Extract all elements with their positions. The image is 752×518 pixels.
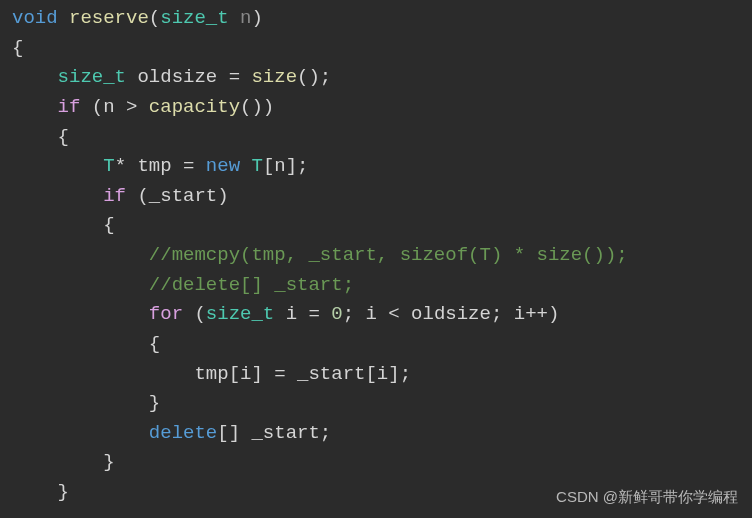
type-size_t: size_t bbox=[206, 303, 274, 325]
function-size: size bbox=[251, 66, 297, 88]
type-T: T bbox=[103, 155, 114, 177]
code-block: void reserve(size_t n) { size_t oldsize … bbox=[12, 4, 740, 508]
code-line: size_t oldsize = size(); bbox=[12, 63, 740, 93]
watermark: CSDN @新鲜哥带你学编程 bbox=[556, 485, 738, 508]
param-n: n bbox=[229, 7, 252, 29]
type-size_t: size_t bbox=[160, 7, 228, 29]
keyword-if: if bbox=[58, 96, 81, 118]
code-line: for (size_t i = 0; i < oldsize; i++) bbox=[12, 300, 740, 330]
brace-open: { bbox=[149, 333, 160, 355]
code-line: if (_start) bbox=[12, 182, 740, 212]
code-line: if (n > capacity()) bbox=[12, 93, 740, 123]
keyword-delete: delete bbox=[149, 422, 217, 444]
code-line: //delete[] _start; bbox=[12, 271, 740, 301]
code-line: { bbox=[12, 211, 740, 241]
brace-close: } bbox=[149, 392, 160, 414]
code-line: } bbox=[12, 448, 740, 478]
brace-open: { bbox=[12, 37, 23, 59]
function-capacity: capacity bbox=[149, 96, 240, 118]
code-line: delete[] _start; bbox=[12, 419, 740, 449]
brace-close: } bbox=[103, 451, 114, 473]
assignment-tmp: tmp[i] = _start[i]; bbox=[194, 363, 411, 385]
keyword-if: if bbox=[103, 185, 126, 207]
code-line: { bbox=[12, 34, 740, 64]
function-name: reserve bbox=[69, 7, 149, 29]
type-T: T bbox=[251, 155, 262, 177]
comment-memcpy: //memcpy(tmp, _start, sizeof(T) * size()… bbox=[149, 244, 628, 266]
code-line: T* tmp = new T[n]; bbox=[12, 152, 740, 182]
brace-open: { bbox=[103, 214, 114, 236]
type-size_t: size_t bbox=[58, 66, 126, 88]
code-line: tmp[i] = _start[i]; bbox=[12, 360, 740, 390]
keyword-for: for bbox=[149, 303, 183, 325]
brace-open: { bbox=[58, 126, 69, 148]
brace-close: } bbox=[58, 481, 69, 503]
code-line: void reserve(size_t n) bbox=[12, 4, 740, 34]
keyword-void: void bbox=[12, 7, 58, 29]
code-line: { bbox=[12, 330, 740, 360]
keyword-new: new bbox=[206, 155, 240, 177]
code-line: { bbox=[12, 123, 740, 153]
comment-delete: //delete[] _start; bbox=[149, 274, 354, 296]
code-line: } bbox=[12, 389, 740, 419]
number-zero: 0 bbox=[331, 303, 342, 325]
code-line: //memcpy(tmp, _start, sizeof(T) * size()… bbox=[12, 241, 740, 271]
